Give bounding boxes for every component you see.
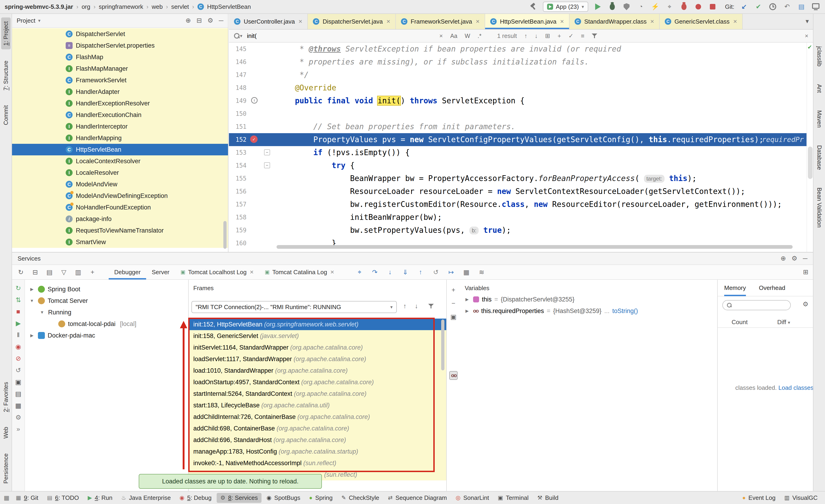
code-line-145[interactable]: 145 * @throws ServletException if bean p…: [229, 43, 807, 56]
project-tree-item-handlerinterceptor[interactable]: IHandlerInterceptor: [12, 121, 228, 132]
stack-frame[interactable]: loadOnStartup:4957, StandardContext (org…: [189, 376, 446, 388]
project-tree-item-localecontextresolver[interactable]: ILocaleContextResolver: [12, 155, 228, 167]
stack-frame[interactable]: manageApp:1783, HostConfig (org.apache.c…: [189, 446, 446, 457]
close-tab-icon[interactable]: ×: [476, 18, 479, 25]
project-tree-item-httpservletbean[interactable]: CHttpServletBean: [12, 144, 228, 155]
hidden-tabs-button[interactable]: ▾: [806, 18, 809, 24]
tool-window-button-7-structure[interactable]: 7: Structure: [1, 57, 11, 94]
statusbar-item-sequence-diagram[interactable]: ⇄Sequence Diagram: [384, 493, 451, 503]
statusbar-item-event-log[interactable]: ●Event Log: [739, 493, 779, 503]
jclasslib-toolbar-button[interactable]: ▤: [797, 2, 806, 11]
project-tree-item-handlerexceptionresolver[interactable]: IHandlerExceptionResolver: [12, 97, 228, 109]
statusbar-item-8-services[interactable]: ⚙8: Services: [217, 493, 261, 503]
new-watch-button[interactable]: +: [449, 286, 458, 294]
project-tree-item-modelandview[interactable]: CModelAndView: [12, 178, 228, 190]
code-text[interactable]: PropertyValues pvs = new ServletConfigPr…: [277, 133, 763, 146]
mute-breakpoints-button[interactable]: ⊘: [14, 355, 22, 362]
code-text[interactable]: */: [277, 68, 309, 81]
fold-marker[interactable]: −: [264, 149, 270, 155]
tool-window-button-ant[interactable]: Ant: [815, 81, 824, 96]
stack-frame[interactable]: load:1010, StandardWrapper (org.apache.c…: [189, 365, 446, 376]
editor-tab-standardwrapper-class[interactable]: CStandardWrapper.class×: [570, 14, 660, 29]
add-service-button[interactable]: +: [88, 269, 97, 276]
tab-overhead[interactable]: Overhead: [759, 280, 785, 296]
pause-button[interactable]: ‖: [14, 331, 22, 339]
statusbar-item-4-run[interactable]: ▶4: Run: [84, 493, 116, 503]
stack-frame[interactable]: addChild:698, ContainerBase (org.apache.…: [189, 423, 446, 434]
services-settings-button[interactable]: ⚙: [792, 255, 797, 262]
stack-frame[interactable]: initServlet:1164, StandardWrapper (org.a…: [189, 342, 446, 353]
services-tree-item-tomcat-local-pdai[interactable]: tomcat-local-pdai [local]: [25, 318, 188, 330]
evaluate-expression-button[interactable]: ▦: [462, 269, 470, 276]
statusbar-item-spring[interactable]: ●Spring: [305, 493, 336, 503]
stack-frame[interactable]: addChildInternal:726, ContainerBase (org…: [189, 411, 446, 423]
fold-marker[interactable]: −: [264, 162, 270, 168]
close-find-bar-button[interactable]: ×: [805, 33, 808, 39]
snapshot-button[interactable]: ⚡: [651, 2, 660, 11]
code-line-153[interactable]: 153− if (!pvs.isEmpty()) {: [229, 146, 807, 159]
update-application-button[interactable]: ⇅: [14, 296, 22, 304]
attach-process-button[interactable]: ⌖: [665, 2, 674, 11]
restore-layout-button[interactable]: ↺: [14, 366, 22, 374]
statusbar-item-5-debug[interactable]: ◉5: Debug: [176, 493, 215, 503]
refresh-services-button[interactable]: ↻: [17, 269, 25, 276]
project-tree-item-dispatcherservlet-properties[interactable]: ≡DispatcherServlet.properties: [12, 40, 228, 51]
filter-search-button[interactable]: ≡: [581, 33, 584, 39]
statusbar-item-java-enterprise[interactable]: ♨Java Enterprise: [118, 493, 174, 503]
split-view-button[interactable]: ▥: [74, 269, 82, 276]
search-filter-icon[interactable]: [592, 33, 597, 39]
inspections-ok-icon[interactable]: ✔: [808, 44, 812, 50]
variable-row-this-requiredproperties[interactable]: ▶oothis.requiredProperties = {HashSet@32…: [460, 305, 717, 317]
stop-button[interactable]: [708, 2, 717, 11]
stack-frame[interactable]: init:158, GenericServlet (javax.servlet): [189, 330, 446, 342]
code-text[interactable]: initBeanWrapper(bw);: [277, 211, 442, 224]
statusbar-item-6-todo[interactable]: ▤6: TODO: [43, 493, 83, 503]
breadcrumb-item-servlet[interactable]: servlet: [171, 3, 189, 10]
code-line-158[interactable]: 158 initBeanWrapper(bw);: [229, 211, 807, 224]
select-all-occurrences-button[interactable]: ✓: [568, 33, 574, 39]
memory-settings-button[interactable]: ⚙: [803, 301, 808, 307]
services-tree-item-docker-pdai-mac[interactable]: ▶Docker-pdai-mac: [25, 330, 188, 341]
close-tab-icon[interactable]: ×: [733, 18, 737, 25]
next-frame-button[interactable]: ↓: [415, 303, 418, 309]
services-panel-title[interactable]: Services: [17, 255, 41, 262]
statusbar-item-spotbugs[interactable]: ◉SpotBugs: [263, 493, 304, 503]
search-input[interactable]: init(: [247, 32, 432, 40]
statusbar-item-9-git[interactable]: ▦9: Git: [12, 493, 42, 503]
tool-window-button-2-favorites[interactable]: 2: Favorites: [1, 378, 11, 416]
statusbar-item-build[interactable]: ⚒Build: [534, 493, 562, 503]
hide-panel-button[interactable]: ─: [219, 17, 223, 24]
breadcrumb-item-httpservletbean[interactable]: HttpServletBean: [207, 3, 251, 10]
threads-dropdown[interactable]: "RMI TCP Connection(2)-... "RMI Runtime"…: [192, 301, 397, 313]
code-text[interactable]: public final void init() throws ServletE…: [277, 94, 525, 107]
resume-button[interactable]: ▶: [14, 319, 22, 327]
debug-listener-button[interactable]: [679, 2, 689, 11]
step-over-button[interactable]: ↷: [371, 269, 379, 276]
tab-debugger[interactable]: Debugger: [109, 265, 146, 280]
code-text[interactable]: BeanWrapper bw = PropertyAccessorFactory…: [277, 172, 697, 185]
select-opened-file-button[interactable]: ⊕: [185, 17, 191, 24]
close-tab-icon[interactable]: ×: [560, 18, 564, 25]
editor-vertical-scrollbar[interactable]: [808, 147, 813, 179]
code-text[interactable]: @Override: [277, 81, 336, 94]
project-tree-item-nohandlerfoundexception[interactable]: CNoHandlerFoundException: [12, 202, 228, 213]
services-tree-item-running[interactable]: ▼Running: [25, 306, 188, 318]
remove-watch-button[interactable]: −: [449, 300, 458, 307]
frames-scrollbar[interactable]: [441, 319, 444, 370]
editor-tab-genericservlet-class[interactable]: CGenericServlet.class×: [660, 14, 743, 29]
collapse-all-button[interactable]: ⊟: [31, 269, 39, 276]
project-settings-button[interactable]: ⚙: [207, 17, 213, 24]
stack-frame[interactable]: invoke0:-1, NativeMethodAccessorImpl (su…: [189, 457, 446, 469]
code-text[interactable]: bw.registerCustomEditor(Resource.class, …: [277, 198, 782, 211]
code-text[interactable]: ResourceLoader resourceLoader = new Serv…: [277, 185, 745, 198]
close-tab-icon[interactable]: ×: [299, 18, 302, 25]
services-tree-item-tomcat-server[interactable]: ▼Tomcat Server: [25, 295, 188, 306]
thread-dump-button[interactable]: ▣: [14, 378, 22, 386]
project-tree-item-smartview[interactable]: ISmartView: [12, 236, 228, 248]
code-text[interactable]: * @throws ServletException if bean prope…: [277, 43, 621, 56]
filter-button[interactable]: ▽: [60, 269, 68, 276]
project-tree-item-handlermapping[interactable]: IHandlerMapping: [12, 132, 228, 144]
show-execution-point-button[interactable]: ⌖: [355, 269, 364, 276]
run-configuration-select[interactable]: App (23) ▾: [543, 2, 588, 12]
tool-window-switcher-icon[interactable]: ▦: [4, 494, 9, 501]
